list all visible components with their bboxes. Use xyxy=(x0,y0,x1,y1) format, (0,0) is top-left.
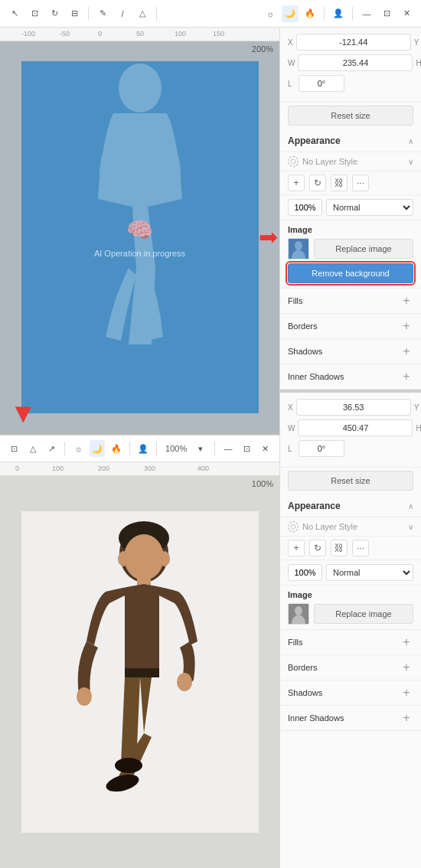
x-input-top[interactable] xyxy=(296,34,411,51)
appearance-chevron-top[interactable]: ∧ xyxy=(408,137,413,145)
image-row-bottom: Replace image xyxy=(288,603,413,625)
wh-row-top: W H 🔗 xyxy=(288,54,413,71)
bt-moon[interactable]: 🌙 xyxy=(90,440,105,457)
bt-minimize[interactable]: — xyxy=(220,440,236,457)
add-fill-btn-top[interactable]: + xyxy=(400,294,413,308)
shadows-label-bottom: Shadows xyxy=(288,688,322,697)
style-actions-top: + ↻ ⛓ ··· xyxy=(280,171,421,195)
bt-move[interactable]: ⊡ xyxy=(6,440,21,457)
bt-sun[interactable]: ☼ xyxy=(70,440,86,457)
add-style-btn-bottom[interactable]: + xyxy=(288,540,305,556)
scale-tool[interactable]: ⊡ xyxy=(26,5,43,22)
move-tool[interactable]: ↖ xyxy=(6,5,23,22)
add-border-btn-top[interactable]: + xyxy=(400,319,413,333)
opacity-input-top[interactable] xyxy=(288,199,322,216)
appearance-chevron-bottom[interactable]: ∧ xyxy=(408,502,413,511)
w-input-top[interactable] xyxy=(298,54,413,71)
xy-row-top: X Y xyxy=(288,34,413,51)
refresh-style-btn-top[interactable]: ↻ xyxy=(309,175,326,191)
svg-point-8 xyxy=(177,673,192,691)
layer-style-row-bottom: No Layer Style ∨ xyxy=(280,517,421,537)
add-inner-shadow-btn-top[interactable]: + xyxy=(400,370,413,383)
add-shadow-btn-top[interactable]: + xyxy=(400,344,413,358)
rotate-tool[interactable]: ↻ xyxy=(46,5,63,22)
svg-point-17 xyxy=(295,606,302,615)
shape-tool[interactable]: △ xyxy=(134,5,151,22)
pen-tool[interactable]: ✎ xyxy=(94,5,111,22)
reset-section-top: Reset size xyxy=(280,103,421,130)
blend-select-bottom[interactable]: Normal Multiply Screen xyxy=(326,564,413,581)
opacity-input-bottom[interactable] xyxy=(288,564,322,581)
image-title-bottom: Image xyxy=(288,590,413,599)
top-toolbar: ↖ ⊡ ↻ ⊟ ✎ / △ ☼ 🌙 🔥 👤 — ⊡ ✕ xyxy=(0,0,421,28)
link-style-btn-top[interactable]: ⛓ xyxy=(331,175,348,191)
crop-tool[interactable]: ⊟ xyxy=(66,5,83,22)
image-thumb-bottom xyxy=(288,603,309,625)
layer-style-label-top: No Layer Style xyxy=(302,157,404,166)
fills-label-bottom: Fills xyxy=(288,638,303,647)
bt-restore[interactable]: ⊡ xyxy=(239,440,254,457)
line-tool[interactable]: / xyxy=(114,5,131,22)
w-input-bottom[interactable] xyxy=(298,419,413,436)
canvas-bottom[interactable] xyxy=(0,476,279,868)
image-thumb-top xyxy=(288,238,309,259)
right-panel-scroll[interactable]: X Y W H 🔗 L xyxy=(280,28,421,868)
remove-bg-btn-top[interactable]: Remove background xyxy=(288,263,413,283)
add-style-btn-top[interactable]: + xyxy=(288,175,305,191)
replace-image-btn-top[interactable]: Replace image xyxy=(314,239,413,259)
sep2 xyxy=(156,7,157,21)
layer-style-dropdown-top[interactable]: ∨ xyxy=(408,158,413,166)
rotation-input-bottom[interactable] xyxy=(299,440,344,457)
reset-size-btn-bottom[interactable]: Reset size xyxy=(288,471,413,491)
opacity-row-top: Normal Multiply Screen xyxy=(280,195,421,220)
fire-icon[interactable]: 🔥 xyxy=(302,5,318,22)
add-shadow-btn-bottom[interactable]: + xyxy=(400,686,413,700)
user-icon[interactable]: 👤 xyxy=(330,5,347,22)
bt-arrow[interactable]: ↗ xyxy=(44,440,59,457)
reset-size-btn-top[interactable]: Reset size xyxy=(288,106,413,126)
x-input-bottom[interactable] xyxy=(296,399,411,416)
svg-point-15 xyxy=(291,524,295,529)
svg-point-12 xyxy=(291,159,295,164)
w-label-top: W xyxy=(288,59,295,67)
svg-point-3 xyxy=(124,534,164,580)
rotation-input-top[interactable] xyxy=(299,75,344,92)
wh-row-bottom: W H 🔗 xyxy=(288,419,413,436)
refresh-style-btn-bottom[interactable]: ↻ xyxy=(309,540,326,556)
bt-user[interactable]: 👤 xyxy=(135,440,151,457)
sun-icon[interactable]: ☼ xyxy=(262,5,279,22)
bt-dropdown[interactable]: ▾ xyxy=(193,440,208,457)
bt-fire[interactable]: 🔥 xyxy=(108,440,123,457)
bt-close[interactable]: ✕ xyxy=(258,440,273,457)
inner-shadows-label-top: Inner Shadows xyxy=(288,372,344,381)
sep3 xyxy=(324,7,325,21)
add-inner-shadow-btn-bottom[interactable]: + xyxy=(400,711,413,725)
restore-icon[interactable]: ⊡ xyxy=(378,5,395,22)
fills-label-top: Fills xyxy=(288,296,303,305)
rotation-row-top: L xyxy=(288,75,413,92)
bt-scale[interactable]: △ xyxy=(24,440,40,457)
replace-image-btn-bottom[interactable]: Replace image xyxy=(314,604,413,624)
more-style-btn-bottom[interactable]: ··· xyxy=(352,540,369,556)
layer-style-icon-top xyxy=(288,156,299,167)
borders-label-bottom: Borders xyxy=(288,663,318,672)
blend-select-top[interactable]: Normal Multiply Screen xyxy=(326,199,413,216)
moon-icon[interactable]: 🌙 xyxy=(282,5,299,22)
layer-style-row-top: No Layer Style ∨ xyxy=(280,152,421,171)
minimize-icon[interactable]: — xyxy=(358,5,375,22)
more-style-btn-top[interactable]: ··· xyxy=(352,175,369,191)
link-style-btn-bottom[interactable]: ⛓ xyxy=(331,540,348,556)
bottom-toolbar: ⊡ △ ↗ ☼ 🌙 🔥 👤 100% ▾ — ⊡ ✕ xyxy=(0,435,279,462)
close-icon[interactable]: ✕ xyxy=(398,5,415,22)
add-fill-btn-bottom[interactable]: + xyxy=(400,635,413,649)
inner-shadows-row-bottom: Inner Shadows + xyxy=(280,706,421,731)
h-label-bottom: H xyxy=(416,424,421,432)
layer-style-label-bottom: No Layer Style xyxy=(302,522,404,531)
add-border-btn-bottom[interactable]: + xyxy=(400,661,413,674)
layer-style-dropdown-bottom[interactable]: ∨ xyxy=(408,523,413,531)
canvas-top[interactable]: 🧠 AI Operation in progress ➡ ▼ xyxy=(0,41,279,433)
ai-brain-icon: 🧠 xyxy=(126,217,153,243)
svg-point-0 xyxy=(119,64,162,113)
appearance-title-bottom: Appearance xyxy=(288,501,341,511)
svg-rect-9 xyxy=(125,668,159,677)
